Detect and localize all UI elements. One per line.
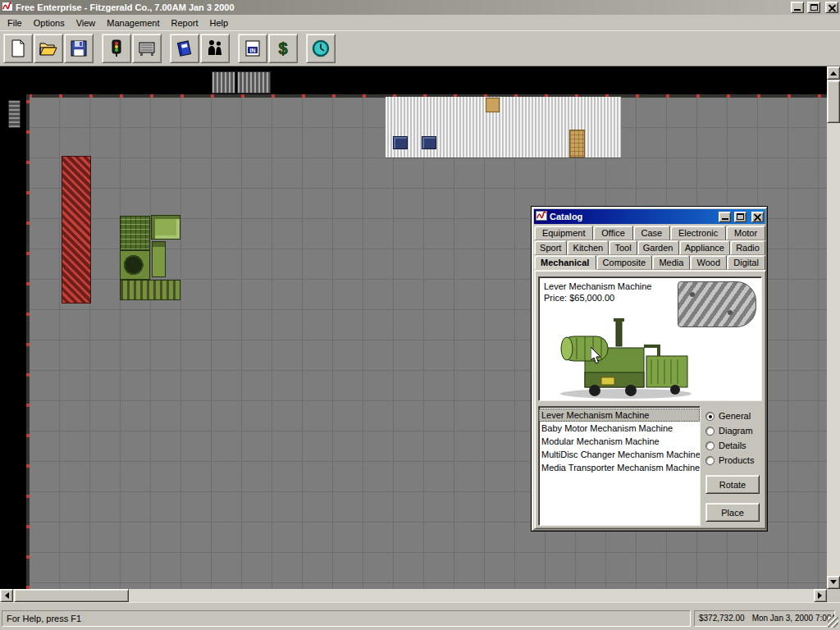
radio-label: Details	[719, 441, 746, 450]
vertical-scroll-thumb[interactable]	[827, 80, 840, 123]
new-document-button[interactable]	[3, 34, 33, 63]
catalog-maximize-button[interactable]	[734, 212, 746, 222]
placed-machine[interactable]	[152, 241, 166, 277]
menu-item[interactable]: Management	[101, 16, 165, 30]
toolbar-group-finance: IN $	[238, 34, 298, 63]
catalog-tab[interactable]: Sport	[534, 240, 567, 255]
open-file-icon	[39, 39, 58, 58]
catalog-title: Catalog	[550, 212, 715, 221]
placed-machine-blue[interactable]	[393, 136, 408, 149]
menu-item[interactable]: View	[71, 16, 102, 30]
catalog-tab[interactable]: Tool	[609, 240, 637, 255]
clock-icon	[311, 39, 331, 58]
catalog-tab[interactable]: Equipment	[534, 226, 593, 240]
rotate-button[interactable]: Rotate	[705, 475, 760, 494]
personnel-button[interactable]	[200, 34, 230, 63]
clock-button[interactable]	[306, 34, 336, 63]
catalog-window[interactable]: Catalog EquipmentOfficeCaseElectronicMot…	[531, 206, 768, 532]
resize-grip[interactable]	[828, 617, 838, 628]
catalog-tab[interactable]: Office	[593, 226, 632, 240]
minimize-icon	[722, 213, 728, 220]
warehouse-door	[569, 130, 585, 158]
close-button[interactable]	[825, 2, 838, 13]
catalog-tab-row-1: EquipmentOfficeCaseElectronicMotor	[534, 226, 765, 240]
placed-machine[interactable]	[120, 250, 150, 280]
place-button[interactable]: Place	[705, 503, 760, 522]
scroll-right-button[interactable]	[814, 589, 827, 602]
catalog-tab-row-2: SportKitchenToolGardenApplianceRadio	[534, 240, 765, 255]
svg-text:$: $	[278, 39, 287, 57]
menu-item[interactable]: Report	[166, 16, 204, 30]
catalog-tab[interactable]: Appliance	[679, 240, 731, 255]
catalog-tab[interactable]: Composite	[596, 255, 653, 270]
traffic-light-button[interactable]	[102, 34, 131, 63]
catalog-book-button[interactable]	[170, 34, 199, 63]
catalog-tab[interactable]: Kitchen	[567, 240, 609, 255]
preview-item-name: Lever Mechanism Machine	[544, 281, 651, 291]
personnel-icon	[205, 39, 225, 58]
scroll-left-button[interactable]	[0, 589, 13, 602]
scroll-up-button[interactable]	[827, 66, 840, 80]
catalog-book-icon	[175, 39, 194, 58]
catalog-tab[interactable]: Garden	[637, 240, 679, 255]
loading-dock	[212, 71, 235, 94]
radio-icon	[705, 441, 714, 450]
catalog-tab[interactable]: Mechanical	[534, 255, 596, 270]
machine-list[interactable]: Lever Mechanism MachineBaby Motor Mechan…	[538, 406, 701, 526]
scroll-down-button[interactable]	[827, 576, 840, 589]
machine-list-item[interactable]: Modular Mechanism Machine	[539, 435, 700, 448]
machine-list-item[interactable]: MultiDisc Changer Mechanism Machine	[539, 448, 700, 461]
catalog-tab[interactable]: Wood	[690, 255, 727, 270]
window-title: Free Enterprise - Fitzgerald Co., 7.00AM…	[16, 2, 788, 12]
machine-list-item[interactable]: Media Transporter Mechanism Machine	[539, 461, 700, 474]
menu-item[interactable]: File	[2, 16, 28, 30]
scrollbar-corner	[827, 589, 840, 602]
catalog-tab[interactable]: Digital	[727, 255, 765, 270]
app-logo-icon	[2, 1, 13, 14]
placed-machine[interactable]	[151, 215, 180, 240]
horizontal-scroll-thumb[interactable]	[14, 589, 129, 602]
maximize-icon	[737, 213, 744, 220]
catalog-title-bar[interactable]: Catalog	[534, 209, 765, 224]
arrow-left-icon	[2, 592, 9, 599]
view-option-radio[interactable]: Details	[705, 438, 765, 453]
view-option-radio[interactable]: Diagram	[705, 423, 765, 438]
machine-list-item[interactable]: Lever Mechanism Machine	[539, 409, 700, 422]
catalog-tab[interactable]: Case	[633, 226, 670, 240]
in-tray-button[interactable]: IN	[238, 34, 267, 63]
placed-machine[interactable]	[120, 216, 150, 250]
vertical-scrollbar[interactable]	[827, 66, 840, 589]
machine-list-button[interactable]	[132, 34, 162, 63]
horizontal-scrollbar[interactable]	[0, 589, 827, 602]
open-file-button[interactable]	[34, 34, 63, 63]
preview-item-price: Price: $65,000.00	[544, 293, 614, 303]
arrow-up-icon	[830, 68, 837, 75]
catalog-close-button[interactable]	[751, 212, 764, 222]
catalog-tab[interactable]: Radio	[730, 240, 765, 255]
minimize-icon	[794, 4, 801, 11]
catalog-tab[interactable]: Electronic	[670, 226, 726, 240]
finance-button[interactable]: $	[268, 34, 298, 63]
radio-label: Diagram	[719, 426, 753, 436]
arrow-down-icon	[830, 580, 837, 587]
catalog-minimize-button[interactable]	[719, 212, 731, 222]
application-window: Free Enterprise - Fitzgerald Co., 7.00AM…	[0, 0, 840, 630]
menu-item[interactable]: Help	[204, 16, 235, 30]
catalog-tab-row-3: MechanicalCompositeMediaWoodDigital	[534, 255, 765, 270]
warehouse-building[interactable]	[386, 97, 621, 158]
view-option-radio[interactable]: General	[705, 409, 765, 423]
machine-list-item[interactable]: Baby Motor Mechanism Machine	[539, 422, 700, 435]
catalog-tab[interactable]: Motor	[726, 226, 765, 240]
catalog-tab[interactable]: Media	[652, 255, 690, 270]
menu-item[interactable]: Options	[28, 16, 71, 30]
save-button[interactable]	[64, 34, 94, 63]
placed-machine-blue[interactable]	[422, 136, 436, 149]
view-option-radio[interactable]: Products	[705, 453, 765, 468]
placed-machine[interactable]	[120, 280, 180, 300]
minimize-button[interactable]	[791, 2, 804, 13]
maximize-button[interactable]	[807, 2, 820, 13]
radio-icon	[705, 412, 714, 421]
warehouse-door	[486, 98, 500, 112]
toolbar-group-factory	[102, 34, 162, 63]
title-bar[interactable]: Free Enterprise - Fitzgerald Co., 7.00AM…	[0, 0, 840, 15]
